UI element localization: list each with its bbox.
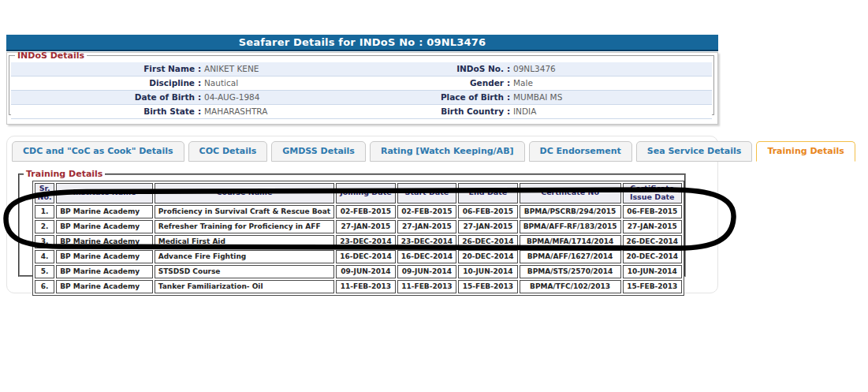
table-cell: 16-DEC-2014 <box>336 250 395 263</box>
table-cell: 10-JUN-2014 <box>623 265 683 278</box>
column-header: End Date <box>458 183 517 203</box>
table-cell: 09-JUN-2014 <box>397 265 456 278</box>
field-value: Male <box>513 77 712 90</box>
field-value: 09NL3476 <box>513 62 712 76</box>
table-cell: 02-FEB-2015 <box>397 205 456 218</box>
table-cell: 4. <box>35 250 54 263</box>
tab-training-details[interactable]: Training Details <box>756 141 855 162</box>
tab-dc-endorsement[interactable]: DC Endorsement <box>529 141 632 162</box>
table-cell: 27-JAN-2015 <box>336 220 395 233</box>
column-header: Start Date <box>397 183 456 203</box>
table-cell: 27-JAN-2015 <box>458 220 517 233</box>
field-label: Place of Birth <box>401 91 504 104</box>
field-value: Nautical <box>204 77 401 90</box>
tab-cdc-and-coc-as-cook-details[interactable]: CDC and "CoC as Cook" Details <box>12 141 184 162</box>
table-cell: 3. <box>35 235 54 248</box>
table-cell: 20-DEC-2014 <box>458 250 517 263</box>
table-row: 6.BP Marine AcademyTanker Familiarizatio… <box>35 280 682 293</box>
table-cell: BPMA/PSCRB/294/2015 <box>520 205 621 218</box>
field-label: Gender <box>401 77 504 90</box>
table-cell: 26-DEC-2014 <box>458 235 517 248</box>
column-header: Certificate No <box>520 183 621 203</box>
table-body: 1.BP Marine AcademyProficiency in Surviv… <box>35 205 682 293</box>
table-cell: BPMA/TFC/102/2013 <box>520 280 621 293</box>
table-cell: Proficiency in Survival Craft & Rescue B… <box>155 205 334 218</box>
table-cell: Refresher Training for Proficiency in AF… <box>155 220 334 233</box>
table-cell: STSDSD Course <box>155 265 334 278</box>
table-row: 2.BP Marine AcademyRefresher Training fo… <box>35 220 682 233</box>
column-header: Institute Name <box>56 183 152 203</box>
field-value: MUMBAI MS <box>513 91 712 104</box>
table-cell: 23-DEC-2014 <box>336 235 395 248</box>
table-cell: 06-FEB-2015 <box>458 205 517 218</box>
field-colon: : <box>504 77 513 90</box>
field-label: Birth State <box>11 105 195 118</box>
indos-field-row: Birth State : MAHARASHTRA Birth Country … <box>11 105 712 119</box>
table-header-row: Sr. No.Institute NameCourse NameJoining … <box>35 183 682 203</box>
table-cell: 11-FEB-2013 <box>397 280 456 293</box>
tab-coc-details[interactable]: COC Details <box>188 141 268 162</box>
table-cell: 1. <box>35 205 54 218</box>
training-details-table: Sr. No.Institute NameCourse NameJoining … <box>32 181 684 296</box>
indos-details-section: INDoS Details First Name : ANIKET KENE I… <box>6 52 718 125</box>
table-cell: BP Marine Academy <box>56 250 152 263</box>
tab-content-panel: CDC and "CoC as Cook" DetailsCOC Details… <box>6 136 718 293</box>
table-cell: BPMA/MFA/1714/2014 <box>520 235 621 248</box>
tab-strip: CDC and "CoC as Cook" DetailsCOC Details… <box>12 141 855 162</box>
table-cell: 11-FEB-2013 <box>336 280 395 293</box>
field-colon: : <box>195 62 204 76</box>
table-cell: 2. <box>35 220 54 233</box>
field-label: First Name <box>11 62 195 76</box>
field-colon: : <box>195 105 204 118</box>
table-cell: BP Marine Academy <box>56 205 152 218</box>
field-colon: : <box>195 91 204 104</box>
table-cell: 10-JUN-2014 <box>458 265 517 278</box>
table-cell: Tanker Familiarization- Oil <box>155 280 334 293</box>
training-details-fieldset: Training Details Sr. No.Institute NameCo… <box>18 169 686 277</box>
field-value: INDIA <box>513 105 712 118</box>
column-header: Sr. No. <box>35 183 54 203</box>
field-label: Birth Country <box>401 105 504 118</box>
table-cell: 02-FEB-2015 <box>336 205 395 218</box>
tab-rating-watch-keeping-ab[interactable]: Rating [Watch Keeping/AB] <box>370 141 525 162</box>
table-cell: BP Marine Academy <box>56 235 152 248</box>
field-label: INDoS No. <box>401 62 504 76</box>
table-cell: 6. <box>35 280 54 293</box>
table-cell: 23-DEC-2014 <box>397 235 456 248</box>
field-value: ANIKET KENE <box>204 62 401 76</box>
indos-field-row: Discipline : Nautical Gender : Male <box>11 77 712 91</box>
table-cell: 27-JAN-2015 <box>623 220 683 233</box>
table-row: 3.BP Marine AcademyMedical First Aid23-D… <box>35 235 682 248</box>
field-label: Discipline <box>11 77 195 90</box>
tab-sea-service-details[interactable]: Sea Service Details <box>636 141 753 162</box>
indos-details-rows: First Name : ANIKET KENE INDoS No. : 09N… <box>11 62 712 119</box>
indos-field-row: First Name : ANIKET KENE INDoS No. : 09N… <box>11 62 712 77</box>
table-row: 4.BP Marine AcademyAdvance Fire Fighting… <box>35 250 682 263</box>
table-cell: 16-DEC-2014 <box>397 250 456 263</box>
table-cell: BP Marine Academy <box>56 265 152 278</box>
field-colon: : <box>195 77 204 90</box>
table-cell: 27-JAN-2015 <box>397 220 456 233</box>
table-cell: 15-FEB-2013 <box>623 280 683 293</box>
indos-field-row: Date of Birth : 04-AUG-1984 Place of Bir… <box>11 91 712 105</box>
table-cell: 26-DEC-2014 <box>623 235 683 248</box>
table-cell: 15-FEB-2013 <box>458 280 517 293</box>
tab-gmdss-details[interactable]: GMDSS Details <box>271 141 366 162</box>
field-colon: : <box>504 62 513 76</box>
column-header: Certificate Issue Date <box>623 183 683 203</box>
table-row: 5.BP Marine AcademySTSDSD Course09-JUN-2… <box>35 265 682 278</box>
table-cell: BPMA/AFF-RF/183/2015 <box>520 220 621 233</box>
table-cell: 5. <box>35 265 54 278</box>
table-cell: 20-DEC-2014 <box>623 250 683 263</box>
field-colon: : <box>504 105 513 118</box>
table-cell: BPMA/AFF/1627/2014 <box>520 250 621 263</box>
table-cell: BPMA/STS/2570/2014 <box>520 265 621 278</box>
training-details-legend: Training Details <box>24 169 105 179</box>
table-cell: Medical First Aid <box>155 235 334 248</box>
table-cell: 06-FEB-2015 <box>623 205 683 218</box>
field-value: MAHARASHTRA <box>204 105 401 118</box>
field-value: 04-AUG-1984 <box>204 91 401 104</box>
column-header: Course Name <box>155 183 334 203</box>
column-header: Joining Date <box>336 183 395 203</box>
table-cell: BP Marine Academy <box>56 280 152 293</box>
